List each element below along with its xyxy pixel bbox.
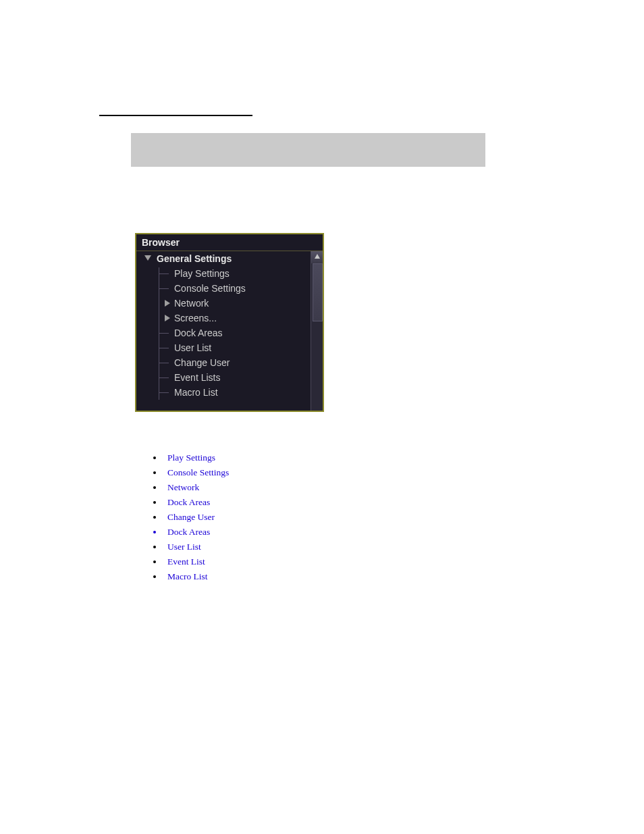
tree-item-label: Screens... xyxy=(174,311,217,325)
expand-triangle-icon xyxy=(165,300,170,307)
branch-tick-icon xyxy=(159,273,169,274)
tree-item-label: User List xyxy=(174,340,211,355)
panel-body: General Settings Play Settings Console S… xyxy=(136,251,323,411)
list-item: Console Settings xyxy=(163,467,433,478)
link-change-user[interactable]: Change User xyxy=(167,512,215,522)
list-item: Event List xyxy=(163,556,433,567)
branch-tick-icon xyxy=(159,377,169,378)
branch-tick-icon xyxy=(159,333,169,334)
tree-item-console-settings[interactable]: Console Settings xyxy=(136,281,311,296)
tree-root-general-settings[interactable]: General Settings xyxy=(136,251,311,266)
list-item: Network xyxy=(163,482,433,493)
tree-item-label: Play Settings xyxy=(174,266,230,281)
tree-item-event-lists[interactable]: Event Lists xyxy=(136,370,311,385)
tree-item-label: Dock Areas xyxy=(174,325,223,340)
branch-tick-icon xyxy=(159,392,169,393)
panel-title: Browser xyxy=(136,234,323,251)
link-dock-areas-2[interactable]: Dock Areas xyxy=(167,527,210,537)
note-box xyxy=(131,133,485,167)
browser-panel: Browser General Settings Play Settings C… xyxy=(135,233,324,412)
tree-item-user-list[interactable]: User List xyxy=(136,340,311,355)
scroll-up-button[interactable] xyxy=(311,251,323,264)
chevron-up-icon xyxy=(314,253,321,260)
tree-root-label: General Settings xyxy=(157,251,232,266)
branch-tick-icon xyxy=(159,363,169,363)
tree-item-change-user[interactable]: Change User xyxy=(136,355,311,370)
link-play-settings[interactable]: Play Settings xyxy=(167,452,215,463)
list-item: User List xyxy=(163,542,433,552)
svg-marker-0 xyxy=(315,254,320,259)
tree-item-label: Macro List xyxy=(174,385,218,400)
link-dock-areas[interactable]: Dock Areas xyxy=(167,497,210,507)
tree-item-network[interactable]: Network xyxy=(136,296,311,311)
link-user-list[interactable]: User List xyxy=(167,542,201,552)
tree-view: General Settings Play Settings Console S… xyxy=(136,251,311,411)
link-event-list[interactable]: Event List xyxy=(167,556,205,567)
link-network[interactable]: Network xyxy=(167,482,199,492)
link-list: Play Settings Console Settings Network D… xyxy=(150,452,433,586)
tree-item-macro-list[interactable]: Macro List xyxy=(136,385,311,400)
list-item: Play Settings xyxy=(163,452,433,463)
link-macro-list[interactable]: Macro List xyxy=(167,571,208,581)
tree-item-label: Network xyxy=(174,296,209,311)
document-page: Browser General Settings Play Settings C… xyxy=(0,0,644,834)
list-item: Dock Areas xyxy=(163,497,433,508)
expand-triangle-icon xyxy=(165,315,170,321)
branch-tick-icon xyxy=(159,288,169,289)
vertical-scrollbar[interactable] xyxy=(311,251,323,411)
branch-tick-icon xyxy=(159,348,169,348)
list-item: Macro List xyxy=(163,571,433,582)
list-item: Change User xyxy=(163,512,433,523)
tree-item-dock-areas[interactable]: Dock Areas xyxy=(136,325,311,340)
tree-item-label: Console Settings xyxy=(174,281,246,296)
tree-item-screens[interactable]: Screens... xyxy=(136,311,311,325)
collapse-triangle-icon xyxy=(144,255,151,261)
scrollbar-track[interactable] xyxy=(313,263,323,411)
tree-item-play-settings[interactable]: Play Settings xyxy=(136,266,311,281)
link-console-settings[interactable]: Console Settings xyxy=(167,467,229,477)
list-item: Dock Areas xyxy=(163,527,433,538)
section-divider xyxy=(99,115,252,116)
tree-item-label: Event Lists xyxy=(174,370,220,385)
tree-item-label: Change User xyxy=(174,355,230,370)
scrollbar-thumb[interactable] xyxy=(313,263,323,321)
